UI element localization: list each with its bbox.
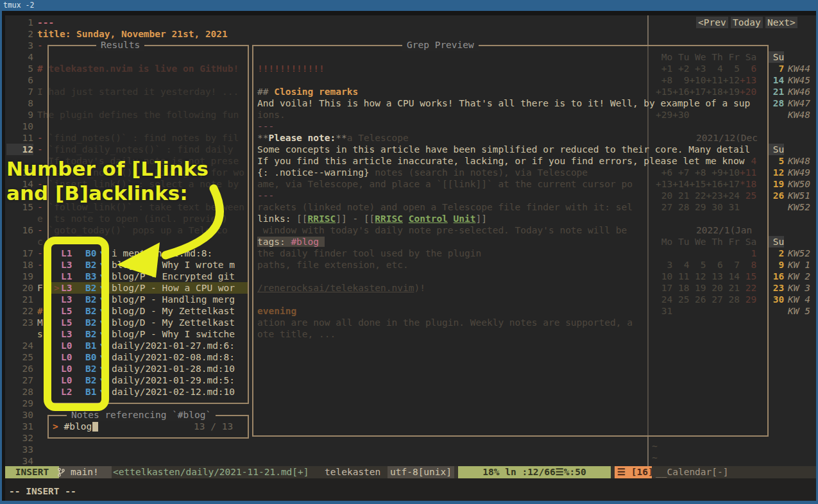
annotation-line1: Number of [L]inks: [6, 156, 209, 181]
grep-line: evening: [257, 305, 296, 317]
line-number: 19: [6, 271, 33, 282]
line-number: 34: [6, 455, 33, 467]
calendar-week-number: KW51: [788, 190, 810, 201]
buffer-line: -: [37, 40, 43, 51]
terminal-left-edge: [0, 11, 2, 504]
calendar-day-sunday[interactable]: 14: [767, 74, 784, 86]
line-number: 10: [6, 121, 33, 132]
search-prompt[interactable]: > #blog: [53, 421, 92, 432]
cursor-position-label: 18% ln :12/66☰%:50: [458, 466, 611, 478]
calendar-prev-button[interactable]: <Prev: [696, 17, 728, 28]
calendar-week-number: KW46: [788, 86, 810, 97]
result-note-title: daily/2021-02-12.md:10: [112, 386, 248, 398]
grep-line: ---: [257, 190, 274, 201]
line-number: 12: [6, 144, 33, 155]
line-number: 1: [6, 17, 33, 28]
calendar-day-sunday[interactable]: 26: [767, 190, 784, 201]
calendar-week-number: KW 2: [788, 271, 810, 282]
buffer-line: F: [37, 282, 43, 294]
calendar-next-button[interactable]: Next>: [765, 17, 797, 28]
buffer-line: -: [37, 259, 43, 271]
results-panel-title: Results: [96, 39, 144, 51]
calendar-week-number: KW49: [788, 167, 810, 178]
calendar-week-number: KW45: [788, 74, 810, 86]
line-number: 24: [6, 340, 33, 351]
buffer-line: title: Sunday, November 21st, 2021: [37, 28, 228, 40]
result-note-title: blog/D - My Zettelkast: [112, 317, 248, 328]
line-number: 23: [6, 317, 33, 328]
buffer-line: s: [37, 328, 43, 340]
result-note-title: i mention it.md:8:: [112, 248, 248, 259]
calendar-day-sunday[interactable]: 21: [767, 86, 784, 97]
calendar-day-sunday[interactable]: 23: [767, 282, 784, 294]
grep-line: Some concepts in this article have been …: [257, 144, 750, 155]
search-query-text[interactable]: #blog: [64, 421, 92, 432]
line-number: 26: [6, 363, 33, 374]
grep-line: paths, file extension, etc.: [257, 259, 409, 271]
result-note-title: blog/D - My Zettelkast: [112, 305, 248, 317]
grep-line: ame, via Telescope, and place a `[[link]…: [257, 178, 633, 190]
buffer-line: M: [37, 317, 43, 328]
calendar-day-sunday[interactable]: 30: [767, 294, 784, 305]
grep-line: window with today's daily note pre-selec…: [257, 224, 627, 236]
calendar-sunday-header: Su: [767, 236, 784, 248]
line-number: 22: [6, 305, 33, 317]
line-number: 29: [6, 398, 33, 409]
calendar-sunday-header: Su: [767, 51, 784, 63]
line-number: 25: [6, 351, 33, 363]
calendar-week-number: KW 1: [788, 259, 810, 271]
calendar-sunday-header: Su: [767, 144, 784, 155]
line-number: 7: [6, 86, 33, 97]
line-number: 21: [6, 294, 33, 305]
calendar-day-sunday[interactable]: 19: [767, 178, 784, 190]
grep-line: **Please note:**a Telescope: [257, 132, 409, 144]
calendar-week-number: KW47: [788, 97, 810, 109]
trailing-whitespace-badge: ☰ [16]tra…: [615, 466, 652, 478]
calendar-day-sunday[interactable]: 5: [767, 155, 784, 167]
calendar-week-number: KW52: [788, 248, 810, 259]
calendar-day-sunday[interactable]: 7: [767, 63, 784, 74]
result-note-title: blog/P - Encrypted git: [112, 271, 248, 282]
annotation-line2: and [B]acklinks:: [6, 181, 209, 205]
mode-message: -- INSERT --: [9, 485, 76, 497]
grep-line: ation are now all done in the plugin. We…: [257, 317, 633, 328]
wiki-link[interactable]: RRISC: [308, 214, 336, 224]
grep-line: tags: #blog: [257, 236, 325, 248]
wiki-link[interactable]: RRISC: [375, 214, 403, 224]
wiki-link[interactable]: Control: [409, 214, 448, 224]
line-number: 11: [6, 132, 33, 144]
line-number: 27: [6, 374, 33, 386]
grep-line: /renerocksai/telekasten.nvim)!: [257, 282, 425, 294]
calendar-day-sunday[interactable]: 2: [767, 248, 784, 259]
line-number: 17: [6, 248, 33, 259]
result-note-title: daily/2021-01-28.md:10: [112, 363, 248, 374]
grep-line: ote title, ...: [257, 328, 336, 340]
calendar-day-sunday[interactable]: 28: [767, 97, 784, 109]
calendar-today-button[interactable]: Today: [731, 17, 763, 28]
line-number: 4: [6, 51, 33, 63]
git-branch-label: main!: [59, 466, 112, 478]
text-cursor: [92, 422, 98, 432]
grep-line: ## Closing remarks: [257, 86, 358, 97]
result-note-title: blog/P - Why I switche: [112, 328, 248, 340]
tmux-status-bar: tmux -2: [0, 0, 818, 11]
mode-indicator: INSERT: [5, 466, 59, 478]
line-number: 32: [6, 432, 33, 444]
wiki-link[interactable]: Unit: [454, 214, 476, 224]
calendar-week-number: KW 5: [788, 305, 810, 317]
calendar-day-sunday[interactable]: 12: [767, 167, 784, 178]
line-number: 16: [6, 224, 33, 236]
result-note-title: blog/P - How a CPU wor: [112, 282, 248, 294]
grep-line: ions.: [257, 109, 285, 121]
calendar-day-sunday[interactable]: 16: [767, 271, 784, 282]
empty-line-tilde: ~: [652, 441, 658, 452]
result-note-title: daily/2021-01-27.md:6:: [112, 340, 248, 351]
calendar-week-number: KW 3: [788, 282, 810, 294]
calendar-week-number: KW48: [788, 109, 810, 121]
calendar-day-sunday[interactable]: 9: [767, 259, 784, 271]
empty-line-tilde: ~: [652, 452, 658, 464]
prompt-symbol: >: [53, 421, 58, 432]
git-branch-icon: [58, 467, 65, 477]
buffer-line: c: [37, 236, 43, 248]
terminal-bottom-edge: [0, 501, 818, 504]
